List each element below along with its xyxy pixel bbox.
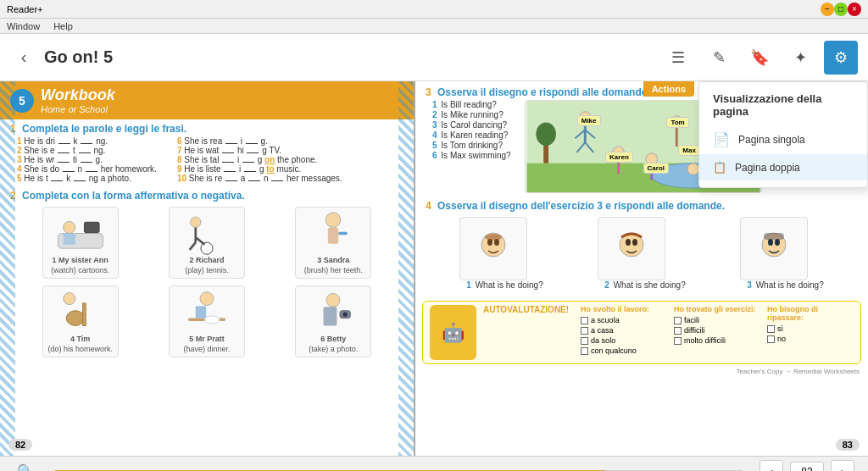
illustration-row-2: 4 Tim (do) his homework. 5 Mr Pratt (hav… <box>10 282 403 361</box>
autoval-col-2: Ho trovato gli esercizi: facili difficil… <box>674 305 760 346</box>
illus-3: 3 Sandra (brush) her teeth. <box>295 207 371 279</box>
next-page-button[interactable]: › <box>831 460 854 472</box>
ex1-item-10: 10 She is re a n her messages. <box>177 174 342 183</box>
page-num-left: 82 <box>8 439 32 451</box>
exercise-4-title: 4 Osserva il disegno dell'esercizio 3 e … <box>426 200 858 212</box>
ex1-item-4: 4 She is do n her homework. <box>17 164 157 174</box>
label-tom: Tom <box>666 117 688 128</box>
q4-3: 3 What is he doing? <box>747 280 823 290</box>
checkbox-si[interactable] <box>767 325 775 333</box>
ex1-item-1: 1 He is dri k ng. <box>17 136 157 146</box>
svg-rect-14 <box>82 303 86 326</box>
exercise-4: 4 Osserva il disegno dell'esercizio 3 e … <box>415 197 868 297</box>
hamburger-button[interactable]: ☰ <box>661 41 695 75</box>
dropdown-single-page[interactable]: 📄 Pagina singola <box>699 125 867 154</box>
illus-2: 2 Richard (play) tennis. <box>169 207 245 279</box>
minimize-button[interactable]: − <box>821 3 834 16</box>
ex1-item-3: 3 He is wr ti g. <box>17 155 157 164</box>
ex1-item-6: 6 She is rea i g. <box>177 136 342 146</box>
autoval-col-3: Ho bisogno di ripassare: sì no <box>767 305 854 345</box>
left-page: 5 Workbook Home or School 1 Completa le … <box>0 81 415 456</box>
face-2 <box>598 217 665 280</box>
q3-6: 6 Is Max swimming? <box>432 151 511 160</box>
exercise-1: 1 Completa le parole e leggi le frasi. 1… <box>0 119 414 186</box>
exercise-1-title: 1 Completa le parole e leggi le frasi. <box>10 123 403 135</box>
app-title: Go on! 5 <box>44 47 654 67</box>
ex1-item-5: 5 He is t k ng a photo. <box>17 174 157 183</box>
back-button[interactable]: ‹ <box>10 44 37 71</box>
menu-window[interactable]: Window <box>7 21 40 31</box>
illus-5: 5 Mr Pratt (have) dinner. <box>169 285 245 357</box>
page-num-right: 83 <box>836 439 860 451</box>
checkbox-solo[interactable] <box>581 337 588 345</box>
svg-point-18 <box>204 316 220 324</box>
svg-point-1 <box>63 221 75 233</box>
q4-2: 2 What is she doing? <box>604 280 685 290</box>
svg-rect-11 <box>338 232 348 236</box>
app-title-text: Reader+ <box>7 4 43 14</box>
illustration-row-1: 1 My sister Ann (watch) cartoons. 2 Ri <box>10 203 403 282</box>
face-3 <box>740 217 808 280</box>
checkbox-qualcuno[interactable] <box>581 347 588 355</box>
menu-help[interactable]: Help <box>53 21 73 31</box>
svg-rect-2 <box>63 234 75 245</box>
label-karen: Karen <box>605 152 633 163</box>
faces-row: 1 What is he doing? 2 Wha <box>426 213 858 294</box>
label-mike: Mike <box>577 115 601 126</box>
bookmark-button[interactable]: 🔖 <box>743 41 776 75</box>
q3-2: 2 Is Mike running? <box>432 110 511 119</box>
svg-point-54 <box>775 239 780 246</box>
dropdown-double-page[interactable]: 📋 Pagina doppia <box>699 154 867 180</box>
title-bar: Reader+ − □ × <box>0 0 868 19</box>
checkbox-scuola[interactable] <box>581 317 588 324</box>
double-page-icon: 📋 <box>713 161 726 174</box>
q3-3: 3 Is Carol dancing? <box>432 120 511 130</box>
svg-point-53 <box>768 239 773 246</box>
ex1-item-8: 8 She is tal i g on the phone. <box>177 155 342 164</box>
svg-rect-10 <box>328 227 338 243</box>
svg-point-9 <box>326 213 341 228</box>
actions-dropdown: Visualizzazione della pagina 📄 Pagina si… <box>698 81 868 188</box>
svg-rect-17 <box>196 306 206 318</box>
toolbar: ‹ Go on! 5 ☰ ✎ 🔖 ✦ ⚙ <box>0 34 868 81</box>
q3-4: 4 Is Karen reading? <box>432 130 511 140</box>
autoval-col-1: Ho svolto il lavoro: a scuola a casa da … <box>581 305 667 357</box>
svg-point-5 <box>191 217 201 227</box>
svg-point-22 <box>343 313 348 317</box>
prev-page-button[interactable]: ‹ <box>760 460 783 472</box>
teacher-footer: Teacher's Copy → Remedial Worksheets <box>415 368 868 375</box>
svg-point-40 <box>687 163 699 175</box>
checkbox-facili[interactable] <box>674 317 682 324</box>
robot-icon: 🤖 <box>430 305 476 360</box>
actions-label: Actions <box>643 81 694 97</box>
ex1-item-7: 7 He is wat hi g TV. <box>177 146 342 155</box>
svg-point-12 <box>63 293 75 305</box>
face-1 <box>459 217 527 280</box>
q3-1: 1 Is Bill reading? <box>432 100 511 109</box>
dropdown-title: Visualizzazione della pagina <box>699 89 867 125</box>
zoom-button[interactable]: 🔍 <box>14 460 37 472</box>
page-number-input[interactable] <box>790 462 824 472</box>
workbook-header: 5 Workbook Home or School <box>0 81 414 119</box>
single-page-icon: 📄 <box>713 131 730 147</box>
svg-line-8 <box>190 242 196 250</box>
ex1-item-9: 9 He is liste i g to music. <box>177 164 342 174</box>
workbook-subtitle: Home or School <box>41 104 115 114</box>
exercise-2-title: 2 Completa con la forma affermativa o ne… <box>10 190 403 202</box>
gear-button[interactable]: ⚙ <box>824 41 858 75</box>
checkbox-molto-difficili[interactable] <box>674 337 682 345</box>
checkbox-no[interactable] <box>767 335 775 343</box>
svg-point-44 <box>536 123 556 146</box>
autoval-title: AUTOVALUTAZIONE! <box>483 305 569 314</box>
svg-point-15 <box>200 292 214 306</box>
pen-button[interactable]: ✎ <box>702 41 736 75</box>
close-button[interactable]: × <box>848 3 861 16</box>
maximize-button[interactable]: □ <box>834 3 848 16</box>
checkbox-difficili[interactable] <box>674 327 682 335</box>
illus-1: 1 My sister Ann (watch) cartoons. <box>42 207 119 279</box>
star-button[interactable]: ✦ <box>783 41 817 75</box>
checkbox-casa[interactable] <box>581 327 588 335</box>
bottom-bar: 🔍 ‹ › <box>0 456 868 471</box>
q3-5: 5 Is Tom drinking? <box>432 141 511 150</box>
svg-rect-20 <box>324 307 337 325</box>
